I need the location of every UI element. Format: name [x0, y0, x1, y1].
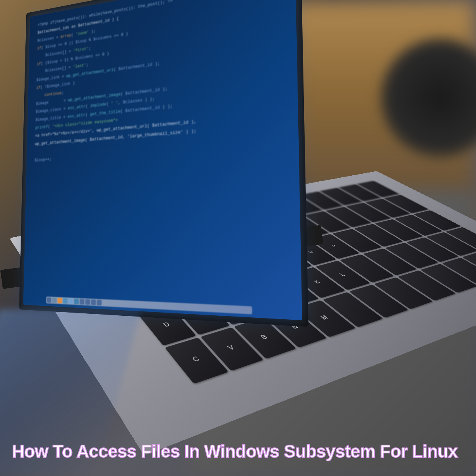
dock-icon [52, 298, 57, 303]
photo-scene: 4 5 6 7 8 9 0 E R T Y U I O [0, 0, 476, 476]
laptop-screen-panel: <?php if(have_posts()): while(have_posts… [19, 0, 309, 327]
dock-icon [80, 299, 84, 305]
dock-icon [69, 298, 73, 304]
laptop-screen: <?php if(have_posts()): while(have_posts… [23, 0, 302, 320]
code-editor: <?php if(have_posts()): while(have_posts… [27, 0, 299, 172]
dock-icon [63, 298, 68, 303]
dock-icon [91, 299, 96, 305]
dock-icon [74, 299, 79, 305]
article-title: How To Access Files In Windows Subsystem… [12, 440, 464, 462]
dock-icon [58, 298, 62, 303]
dock-icon [97, 299, 102, 305]
dock-icon [47, 297, 52, 303]
dock-icon [85, 299, 90, 305]
